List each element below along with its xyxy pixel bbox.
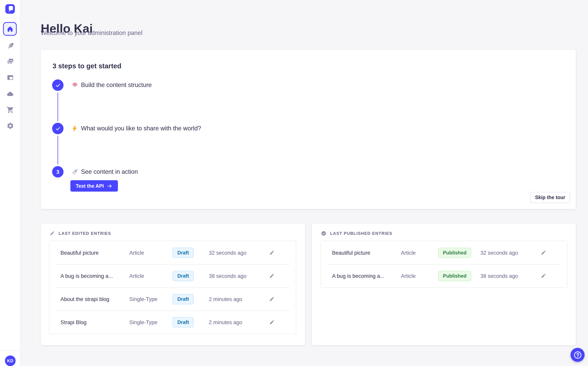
sidebar-item-content-type-builder[interactable] bbox=[6, 73, 15, 82]
step-2-status-circle bbox=[52, 123, 63, 134]
main-sidebar: KD bbox=[0, 0, 21, 366]
home-icon bbox=[6, 25, 14, 33]
pencil-icon bbox=[541, 273, 546, 279]
entry-time: 32 seconds ago bbox=[209, 250, 246, 256]
sidebar-item-content-manager[interactable] bbox=[6, 41, 15, 50]
entry-time: 32 seconds ago bbox=[480, 250, 518, 256]
strapi-admin-homepage: KD Hello Kai Welcome to your administrat… bbox=[0, 0, 588, 366]
entry-type: Single-Type bbox=[129, 296, 157, 302]
sidebar-item-marketplace[interactable] bbox=[6, 105, 15, 114]
entry-type: Single-Type bbox=[129, 319, 157, 325]
entry-title: A bug is becoming a... bbox=[332, 273, 385, 279]
last-published-entries-header: LAST PUBLISHED ENTRIES bbox=[321, 231, 392, 236]
edit-entry-button[interactable] bbox=[267, 248, 277, 257]
entry-type: Article bbox=[401, 273, 416, 279]
question-help-icon bbox=[573, 350, 582, 359]
status-badge: Published bbox=[438, 271, 471, 281]
content-type-builder-icon bbox=[7, 74, 14, 82]
step-connector bbox=[57, 92, 58, 121]
onboarding-card: 3 steps to get started Build the content… bbox=[41, 50, 576, 209]
table-row[interactable]: A bug is becoming a... Article Published… bbox=[321, 264, 567, 288]
rocket-emoji bbox=[71, 168, 78, 175]
status-badge: Draft bbox=[173, 271, 193, 281]
entry-time: 2 minutes ago bbox=[209, 319, 242, 325]
table-row[interactable]: Beautiful picture Article Published 32 s… bbox=[321, 241, 567, 264]
onboarding-title: 3 steps to get started bbox=[53, 62, 121, 70]
entry-time: 38 seconds ago bbox=[209, 273, 246, 279]
check-icon bbox=[55, 82, 61, 88]
entry-type: Article bbox=[401, 250, 416, 256]
entry-title: About the strapi blog bbox=[61, 296, 109, 302]
step-3-status-circle: 3 bbox=[52, 166, 63, 177]
last-edited-entries-table: Beautiful picture Article Draft 32 secon… bbox=[49, 241, 296, 334]
status-badge: Draft bbox=[173, 317, 193, 327]
table-row[interactable]: Beautiful picture Article Draft 32 secon… bbox=[49, 241, 296, 264]
step-1-label: Build the content structure bbox=[71, 81, 152, 89]
sidebar-item-media-library[interactable] bbox=[6, 57, 15, 66]
settings-gear-icon bbox=[7, 122, 14, 130]
lightning-emoji bbox=[71, 125, 78, 132]
media-library-icon bbox=[7, 58, 14, 65]
pencil-icon bbox=[269, 250, 275, 255]
status-badge: Published bbox=[438, 247, 471, 258]
table-row[interactable]: About the strapi blog Single-Type Draft … bbox=[49, 288, 296, 311]
pencil-icon bbox=[269, 319, 275, 325]
cloud-icon bbox=[7, 90, 14, 98]
entry-time: 2 minutes ago bbox=[209, 296, 242, 302]
entry-title: Beautiful picture bbox=[61, 250, 99, 256]
strapi-logo[interactable] bbox=[5, 4, 15, 14]
edit-entry-button[interactable] bbox=[539, 271, 548, 281]
test-the-api-button[interactable]: Test the API bbox=[70, 180, 118, 192]
check-circle-icon bbox=[321, 231, 326, 236]
entry-type: Article bbox=[129, 273, 144, 279]
sidebar-item-cloud[interactable] bbox=[6, 89, 15, 98]
last-edited-entries-title: LAST EDITED ENTRIES bbox=[59, 231, 111, 236]
sidebar-item-settings[interactable] bbox=[6, 121, 15, 130]
step-3-text: See content in action bbox=[81, 168, 138, 176]
step-3-number: 3 bbox=[56, 169, 59, 175]
arrow-right-icon bbox=[107, 183, 113, 189]
entry-title: Beautiful picture bbox=[332, 250, 370, 256]
entry-title: Strapi Blog bbox=[61, 319, 87, 325]
step-1-text: Build the content structure bbox=[81, 81, 152, 89]
step-1-status-circle bbox=[52, 80, 63, 91]
marketplace-cart-icon bbox=[7, 106, 14, 114]
entry-title: A bug is becoming a... bbox=[61, 273, 113, 279]
step-3-label: See content in action bbox=[71, 168, 138, 176]
table-row[interactable]: Strapi Blog Single-Type Draft 2 minutes … bbox=[49, 311, 296, 334]
page-subtitle: Welcome to your administration panel bbox=[41, 30, 142, 37]
edit-entry-button[interactable] bbox=[267, 294, 277, 304]
entry-type: Article bbox=[129, 250, 144, 256]
skip-the-tour-button[interactable]: Skip the tour bbox=[530, 192, 570, 203]
pencil-icon bbox=[269, 273, 275, 279]
user-avatar[interactable]: KD bbox=[5, 355, 15, 366]
edit-entry-button[interactable] bbox=[267, 317, 277, 327]
status-badge: Draft bbox=[173, 247, 193, 258]
feather-icon bbox=[7, 42, 14, 49]
last-published-entries-table: Beautiful picture Article Published 32 s… bbox=[321, 241, 567, 288]
sidebar-divider-top bbox=[0, 18, 20, 18]
last-edited-entries-header: LAST EDITED ENTRIES bbox=[50, 231, 111, 236]
sidebar-divider-bottom bbox=[0, 351, 20, 351]
check-icon bbox=[55, 125, 61, 132]
last-published-entries-panel: LAST PUBLISHED ENTRIES Beautiful picture… bbox=[312, 223, 576, 345]
entry-time: 38 seconds ago bbox=[480, 273, 518, 279]
last-edited-entries-panel: LAST EDITED ENTRIES Beautiful picture Ar… bbox=[41, 223, 305, 345]
step-2-label: What would you like to share with the wo… bbox=[71, 125, 201, 132]
step-2-text: What would you like to share with the wo… bbox=[81, 125, 201, 132]
test-the-api-label: Test the API bbox=[76, 183, 104, 189]
status-badge: Draft bbox=[173, 294, 193, 304]
help-button[interactable] bbox=[571, 348, 585, 362]
table-row[interactable]: A bug is becoming a... Article Draft 38 … bbox=[49, 264, 296, 288]
last-published-entries-title: LAST PUBLISHED ENTRIES bbox=[330, 231, 392, 236]
strapi-logo-icon bbox=[6, 5, 15, 13]
pencil-icon bbox=[50, 231, 55, 236]
pencil-icon bbox=[269, 296, 275, 302]
edit-entry-button[interactable] bbox=[267, 271, 277, 281]
pencil-icon bbox=[541, 250, 546, 255]
step-connector bbox=[57, 136, 58, 165]
sidebar-item-home[interactable] bbox=[3, 22, 17, 36]
brain-emoji bbox=[71, 82, 78, 89]
edit-entry-button[interactable] bbox=[539, 248, 548, 257]
